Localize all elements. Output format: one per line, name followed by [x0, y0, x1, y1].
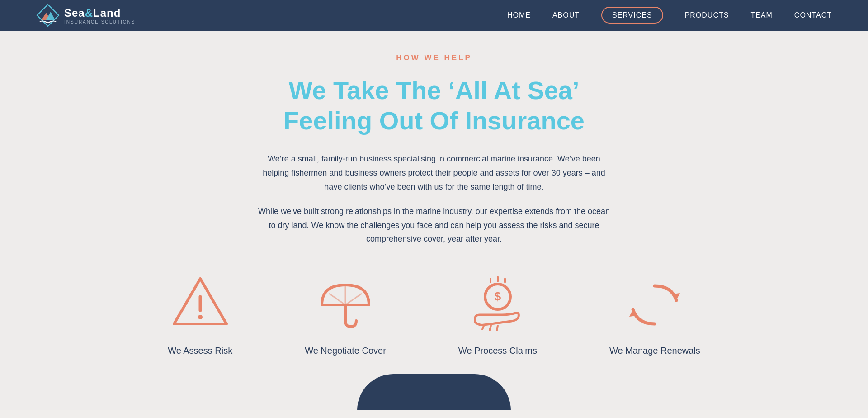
- svg-line-11: [345, 294, 362, 305]
- main-section: HOW WE HELP We Take The ‘All At Sea’ Fee…: [0, 31, 868, 410]
- nav-link-about[interactable]: ABOUT: [552, 11, 580, 19]
- brand-name: Sea&Land: [64, 7, 135, 19]
- bottom-arch: [9, 374, 859, 410]
- nav-item-about[interactable]: ABOUT: [552, 11, 580, 19]
- logo-text: Sea&Land INSURANCE SOLUTIONS: [64, 7, 135, 24]
- service-label-negotiate-cover: We Negotiate Cover: [305, 346, 386, 356]
- nav-item-products[interactable]: PRODUCTS: [685, 11, 729, 19]
- description-2: While we’ve built strong relationships i…: [258, 204, 610, 246]
- nav-link-contact[interactable]: CONTACT: [794, 11, 832, 19]
- svg-line-10: [329, 294, 345, 305]
- nav-link-services[interactable]: SERVICES: [601, 7, 663, 24]
- logo[interactable]: Sea&Land INSURANCE SOLUTIONS: [36, 4, 135, 27]
- service-assess-risk: We Assess Risk: [168, 273, 232, 356]
- service-label-process-claims: We Process Claims: [458, 346, 537, 356]
- service-manage-renewals: We Manage Renewals: [609, 273, 700, 356]
- headline: We Take The ‘All At Sea’ Feeling Out Of …: [9, 75, 859, 136]
- headline-line1: We Take The ‘All At Sea’: [288, 76, 579, 104]
- arch-shape: [357, 374, 511, 410]
- nav-item-team[interactable]: TEAM: [750, 11, 772, 19]
- nav-link-team[interactable]: TEAM: [750, 11, 772, 19]
- service-negotiate-cover: We Negotiate Cover: [305, 273, 386, 356]
- coin-hand-icon: $: [466, 273, 529, 337]
- nav-links: HOME ABOUT SERVICES PRODUCTS TEAM CONTAC…: [507, 11, 832, 19]
- svg-point-5: [198, 315, 203, 319]
- svg-marker-0: [37, 5, 59, 26]
- nav-link-products[interactable]: PRODUCTS: [685, 11, 729, 19]
- brand-sub: INSURANCE SOLUTIONS: [64, 19, 135, 24]
- refresh-arrows-icon: [623, 273, 686, 337]
- service-process-claims: $ We Process Claims: [458, 273, 537, 356]
- logo-icon: [36, 4, 60, 27]
- umbrella-icon: [314, 273, 377, 337]
- description-1: We’re a small, family-run business speci…: [262, 152, 606, 194]
- service-label-assess-risk: We Assess Risk: [168, 346, 232, 356]
- headline-line2: Feeling Out Of Insurance: [283, 106, 585, 135]
- svg-text:$: $: [495, 290, 501, 303]
- service-label-manage-renewals: We Manage Renewals: [609, 346, 700, 356]
- warning-triangle-icon: [169, 273, 232, 337]
- services-row: We Assess Risk We Negotiate Cover: [9, 273, 859, 356]
- navbar: Sea&Land INSURANCE SOLUTIONS HOME ABOUT …: [0, 0, 868, 31]
- nav-item-services[interactable]: SERVICES: [601, 11, 663, 19]
- nav-item-home[interactable]: HOME: [507, 11, 531, 19]
- nav-link-home[interactable]: HOME: [507, 11, 531, 19]
- nav-item-contact[interactable]: CONTACT: [794, 11, 832, 19]
- eyebrow: HOW WE HELP: [9, 53, 859, 62]
